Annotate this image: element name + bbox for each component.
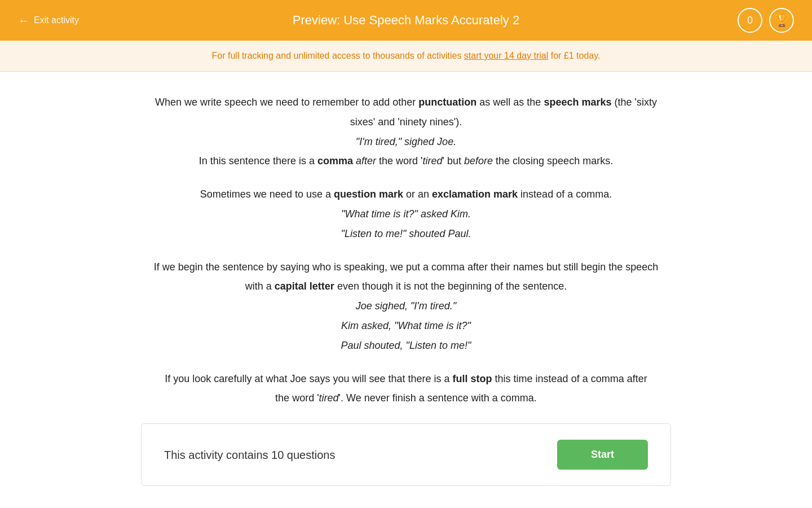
para4-text3: the word ' bbox=[275, 392, 319, 404]
para4-text2: this time instead of a comma after bbox=[492, 373, 647, 384]
para1-text8: ' but bbox=[443, 155, 464, 167]
para3-bold1: capital letter bbox=[275, 281, 334, 292]
paragraph-3-line1: If we begin the sentence by saying who i… bbox=[141, 259, 671, 275]
paragraph-1-line2: sixes' and 'ninety nines'). bbox=[141, 114, 671, 130]
para2-example2: "Listen to me!" shouted Paul. bbox=[141, 226, 671, 242]
para3-text2: with a bbox=[245, 281, 275, 292]
para3-example1: Joe sighed, "I'm tired." bbox=[141, 298, 671, 314]
para1-text9: the closing speech marks. bbox=[493, 155, 613, 167]
paragraph-3-line2: with a capital letter even though it is … bbox=[141, 278, 671, 295]
para1-italic1: after bbox=[356, 155, 376, 167]
para2-text1: Sometimes we need to use a bbox=[200, 189, 334, 200]
trophy-icon: 🏆 bbox=[774, 13, 789, 28]
exit-activity-button[interactable]: ← Exit activity bbox=[18, 14, 79, 27]
para2-example1: "What time is it?" asked Kim. bbox=[141, 206, 671, 222]
paragraph-2-line1: Sometimes we need to use a question mark… bbox=[141, 186, 671, 203]
exit-icon: ← bbox=[18, 14, 29, 27]
page-title: Preview: Use Speech Marks Accurately 2 bbox=[293, 13, 519, 28]
para1-text7: the word ' bbox=[376, 155, 422, 167]
trophy-badge: 🏆 bbox=[769, 8, 794, 33]
banner-text: For full tracking and unlimited access t… bbox=[212, 51, 601, 60]
para1-italic3: before bbox=[464, 155, 493, 167]
para3-example3: Paul shouted, "Listen to me!" bbox=[141, 338, 671, 354]
para4-text4: '. We never finish a sentence with a com… bbox=[339, 392, 537, 404]
paragraph-1-line1: When we write speech we need to remember… bbox=[141, 94, 671, 111]
header: ← Exit activity Preview: Use Speech Mark… bbox=[0, 0, 812, 41]
trial-banner: For full tracking and unlimited access t… bbox=[0, 41, 812, 72]
trial-link[interactable]: start your 14 day trial bbox=[464, 51, 548, 60]
para2-text2: or an bbox=[403, 189, 432, 200]
para1-bold1: punctuation bbox=[418, 97, 476, 108]
paragraph-1: When we write speech we need to remember… bbox=[141, 94, 671, 169]
banner-text-before: For full tracking and unlimited access t… bbox=[212, 51, 464, 60]
paragraph-4: If you look carefully at what Joe says y… bbox=[141, 371, 671, 407]
para1-text4: sixes' and 'ninety nines'). bbox=[350, 116, 462, 128]
paragraph-4-line2: the word 'tired'. We never finish a sent… bbox=[141, 390, 671, 406]
para1-bold3: comma bbox=[317, 155, 353, 167]
paragraph-1-line3: In this sentence there is a comma after … bbox=[141, 153, 671, 169]
banner-text-after: for £1 today. bbox=[548, 51, 600, 60]
start-button[interactable]: Start bbox=[557, 440, 648, 470]
bottom-bar: This activity contains 10 questions Star… bbox=[141, 423, 671, 486]
para1-text2: as well as the bbox=[476, 97, 544, 108]
paragraph-2: Sometimes we need to use a question mark… bbox=[141, 186, 671, 242]
para3-text3: even though it is not the beginning of t… bbox=[334, 281, 567, 292]
para2-text3: instead of a comma. bbox=[518, 189, 612, 200]
para3-text1: If we begin the sentence by saying who i… bbox=[154, 261, 659, 273]
para1-italic2: tired bbox=[423, 155, 443, 167]
paragraph-3: If we begin the sentence by saying who i… bbox=[141, 259, 671, 354]
para3-example2: Kim asked, "What time is it?" bbox=[141, 318, 671, 334]
para2-bold1: question mark bbox=[334, 189, 403, 200]
score-badge: 0 bbox=[738, 8, 762, 33]
para4-text1: If you look carefully at what Joe says y… bbox=[165, 373, 452, 384]
para1-text5: In this sentence there is a bbox=[199, 155, 317, 167]
activity-questions-label: This activity contains 10 questions bbox=[164, 446, 336, 464]
para4-bold1: full stop bbox=[453, 373, 492, 384]
para2-bold2: exclamation mark bbox=[432, 189, 518, 200]
header-right: 0 🏆 bbox=[738, 8, 794, 33]
score-value: 0 bbox=[747, 15, 753, 27]
para1-text1: When we write speech we need to remember… bbox=[155, 97, 418, 108]
para1-bold2: speech marks bbox=[544, 97, 611, 108]
main-content: When we write speech we need to remember… bbox=[96, 72, 716, 508]
para1-text3: (the 'sixty bbox=[611, 97, 656, 108]
para1-example: "I'm tired," sighed Joe. bbox=[141, 134, 671, 150]
exit-label: Exit activity bbox=[34, 15, 79, 25]
para4-italic1: tired bbox=[319, 392, 339, 404]
paragraph-4-line1: If you look carefully at what Joe says y… bbox=[141, 371, 671, 387]
